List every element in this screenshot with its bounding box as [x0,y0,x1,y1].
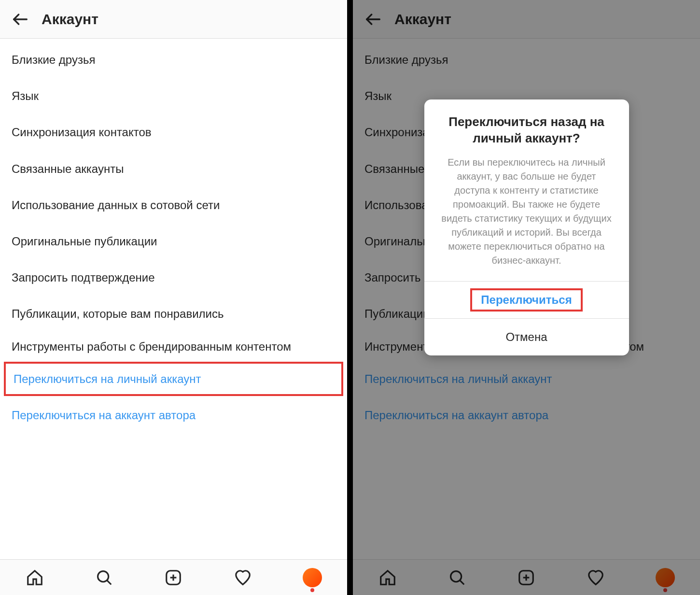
profile-avatar[interactable] [302,567,323,588]
notification-dot-icon [310,588,314,592]
screen-right: Аккаунт Близкие друзья Язык Синхронизаци… [350,0,700,595]
search-icon[interactable] [94,567,115,588]
highlight-confirm: Переключиться [470,288,582,312]
back-arrow-icon[interactable] [9,8,32,31]
heart-icon[interactable] [232,567,253,588]
menu-liked-posts[interactable]: Публикации, которые вам понравились [0,296,347,332]
dialog-title: Переключиться назад на личный аккаунт? [424,99,629,153]
link-switch-creator[interactable]: Переключиться на аккаунт автора [0,397,347,433]
screen-left: Аккаунт Близкие друзья Язык Синхронизаци… [0,0,350,595]
dialog-body: Если вы переключитесь на личный аккаунт,… [424,153,629,281]
menu-branded-content-tools[interactable]: Инструменты работы с брендированным конт… [0,332,347,361]
menu-language[interactable]: Язык [0,78,347,114]
svg-line-2 [107,580,111,584]
dialog-confirm-button[interactable]: Переключиться [424,282,629,318]
avatar-icon [303,568,322,587]
home-icon[interactable] [24,567,45,588]
menu-request-verification[interactable]: Запросить подтверждение [0,259,347,296]
page-title: Аккаунт [42,11,98,28]
menu-close-friends[interactable]: Близкие друзья [0,42,347,78]
svg-point-1 [98,571,108,581]
bottom-nav [0,559,347,595]
menu-cellular-data[interactable]: Использование данных в сотовой сети [0,187,347,223]
link-switch-personal[interactable]: Переключиться на личный аккаунт [14,371,334,386]
confirm-dialog: Переключиться назад на личный аккаунт? Е… [424,99,629,355]
menu-sync-contacts[interactable]: Синхронизация контактов [0,114,347,150]
menu-original-posts[interactable]: Оригинальные публикации [0,223,347,259]
header: Аккаунт [0,0,347,39]
highlight-switch-personal: Переключиться на личный аккаунт [4,362,343,396]
dialog-cancel-button[interactable]: Отмена [424,319,629,355]
add-post-icon[interactable] [163,567,184,588]
settings-list: Близкие друзья Язык Синхронизация контак… [0,39,347,559]
menu-linked-accounts[interactable]: Связанные аккаунты [0,151,347,187]
